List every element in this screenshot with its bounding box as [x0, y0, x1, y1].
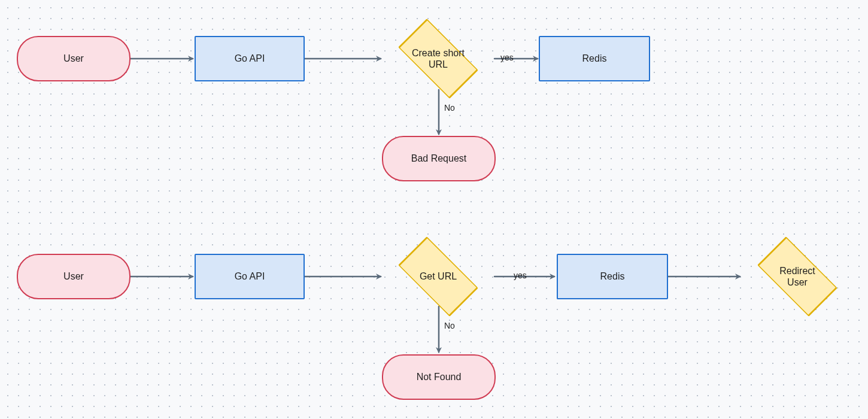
- node-label: User: [63, 271, 84, 283]
- node-create-short-url[interactable]: Create short URL: [383, 28, 493, 90]
- node-label: Redis: [600, 271, 625, 283]
- edge-label-no-1: No: [444, 103, 455, 113]
- node-redis-1[interactable]: Redis: [539, 36, 650, 81]
- edge-label-no-2: No: [444, 321, 455, 330]
- node-redis-2[interactable]: Redis: [557, 254, 668, 299]
- node-label: Bad Request: [411, 153, 467, 165]
- node-not-found[interactable]: Not Found: [382, 354, 496, 400]
- node-label: User: [63, 53, 84, 65]
- node-label: Not Found: [417, 371, 462, 383]
- node-go-api-2[interactable]: Go API: [195, 254, 305, 299]
- node-get-url[interactable]: Get URL: [383, 245, 493, 308]
- node-label: Go API: [235, 53, 265, 65]
- node-user-2[interactable]: User: [17, 254, 130, 299]
- edge-label-yes-1: yes: [500, 53, 514, 62]
- node-redirect-user[interactable]: Redirect User: [742, 245, 852, 308]
- edge-label-yes-2: yes: [514, 271, 527, 280]
- node-label: Go API: [235, 271, 265, 283]
- node-label: Redis: [582, 53, 607, 65]
- node-go-api-1[interactable]: Go API: [195, 36, 305, 81]
- node-bad-request[interactable]: Bad Request: [382, 136, 496, 181]
- node-user-1[interactable]: User: [17, 36, 130, 81]
